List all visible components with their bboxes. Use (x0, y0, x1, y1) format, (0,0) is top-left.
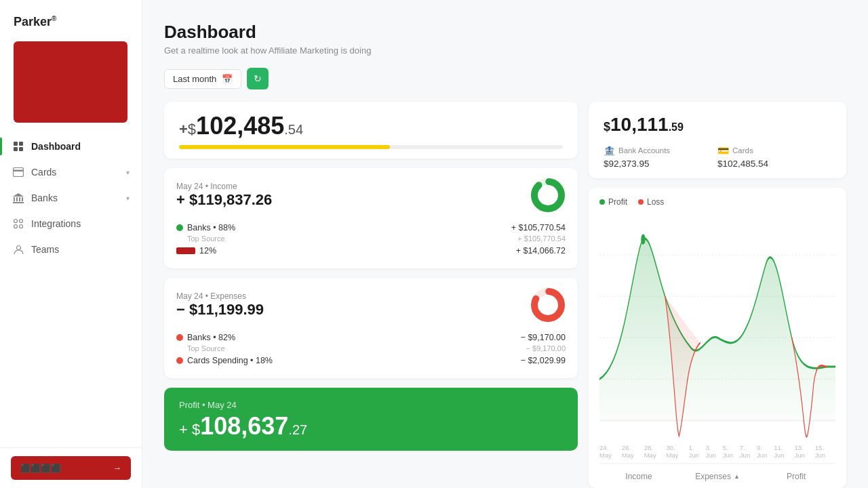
expenses-row-cards: Cards Spending • 18% − $2,029.99 (176, 352, 566, 369)
loss-legend-label: Loss (647, 197, 664, 207)
card-icon: 💳 (717, 145, 729, 156)
chevron-up-icon: ▲ (734, 473, 740, 480)
sidebar-image (14, 41, 127, 123)
svg-point-22 (540, 297, 556, 313)
svg-point-12 (14, 220, 18, 223)
cards-value: $102,485.54 (717, 159, 831, 169)
other-dot (176, 247, 195, 254)
credit-card-icon (12, 166, 24, 178)
svg-rect-3 (19, 147, 23, 151)
filter-label: Last month (173, 74, 216, 84)
cards-item: 💳 Cards $102,485.54 (717, 145, 831, 169)
svg-rect-1 (19, 142, 23, 146)
sidebar-item-banks[interactable]: Banks ▾ (0, 185, 142, 211)
cards-label: Cards (732, 146, 753, 155)
svg-point-19 (540, 187, 556, 203)
svg-rect-8 (19, 197, 20, 201)
total-stat-card: +$102,485.54 (164, 102, 578, 159)
filter-bar: Last month 📅 ↻ (164, 68, 846, 89)
expenses-row-banks-sub: Top Source − $9,170.00 (176, 344, 566, 352)
tab-expenses[interactable]: Expenses ▲ (678, 464, 757, 488)
income-tab-label: Income (625, 472, 652, 481)
svg-point-28 (641, 235, 645, 245)
app-name: Parker (14, 15, 52, 28)
sidebar-item-teams[interactable]: Teams (0, 237, 142, 262)
stat-cents: .54 (284, 122, 303, 137)
svg-marker-11 (13, 193, 24, 197)
content-grid: +$102,485.54 May 24 • Income + $119,837.… (164, 102, 846, 488)
svg-point-14 (14, 225, 18, 228)
balance-card: $10,111.59 🏦 Bank Accounts $92,373.95 💳 (589, 102, 846, 178)
integrations-icon (12, 218, 24, 230)
date-filter[interactable]: Last month 📅 (164, 69, 241, 89)
loss-legend-dot (638, 199, 644, 205)
bank-icon: 🏦 (604, 145, 615, 156)
sidebar-nav: Dashboard Cards ▾ (0, 134, 142, 447)
bank-icon (12, 192, 24, 204)
profit-tab-label: Profit (787, 472, 806, 481)
chevron-down-icon: ▾ (126, 169, 130, 176)
profit-legend-label: Profit (608, 197, 627, 207)
sidebar: Parker® Dashboard Cards ▾ (0, 0, 142, 488)
right-panel: $10,111.59 🏦 Bank Accounts $92,373.95 💳 (589, 102, 846, 488)
income-amount: + $119,837.26 (176, 191, 272, 209)
bank-accounts-value: $92,373.95 (604, 159, 717, 169)
expenses-date-label: May 24 • Expenses (176, 291, 264, 301)
sidebar-item-label: Teams (31, 244, 59, 255)
app-trademark: ® (52, 15, 56, 22)
income-header: May 24 • Income + $119,837.26 (164, 168, 578, 220)
chart-area (599, 214, 835, 441)
svg-rect-5 (14, 170, 24, 172)
total-amount: +$102,485.54 (179, 114, 563, 138)
svg-rect-9 (22, 197, 23, 201)
exp-banks-dot (176, 334, 183, 341)
sidebar-item-integrations[interactable]: Integrations (0, 211, 142, 237)
chart-card: Profit Loss (589, 188, 846, 488)
bank-accounts-label: Bank Accounts (618, 146, 670, 155)
loss-legend-item: Loss (638, 197, 664, 207)
income-row-other: 12% + $14,066.72 (176, 243, 566, 259)
sidebar-item-label: Dashboard (31, 141, 81, 152)
arrow-icon: → (113, 463, 121, 473)
left-panel: +$102,485.54 May 24 • Income + $119,837.… (164, 102, 578, 488)
svg-rect-10 (13, 202, 24, 203)
profit-card: Profit • May 24 + $108,637.27 (164, 388, 578, 451)
svg-point-13 (20, 220, 23, 223)
balance-cents: .59 (669, 121, 684, 133)
refresh-button[interactable]: ↻ (247, 68, 269, 89)
expenses-amount: − $11,199.99 (176, 301, 264, 319)
sidebar-item-cards[interactable]: Cards ▾ (0, 159, 142, 185)
balance-amount: $10,111.59 (604, 114, 831, 136)
profit-main: 108,637 (200, 412, 288, 440)
calendar-icon: 📅 (222, 74, 233, 84)
app-logo: Parker® (0, 0, 142, 41)
sidebar-item-label: Integrations (31, 218, 81, 229)
bottom-tabs: Income Expenses ▲ Profit (599, 463, 835, 488)
expenses-donut (530, 287, 566, 323)
profit-legend-dot (599, 199, 605, 205)
expand-label: ⬛⬛⬛⬛ (20, 464, 61, 473)
expenses-card: May 24 • Expenses − $11,199.99 (164, 278, 578, 378)
chevron-down-icon: ▾ (126, 195, 130, 202)
profit-cents: .27 (288, 422, 307, 437)
profit-amount: + $108,637.27 (179, 414, 563, 439)
sidebar-item-dashboard[interactable]: Dashboard (0, 134, 142, 159)
svg-rect-0 (14, 142, 18, 146)
tab-income[interactable]: Income (599, 464, 678, 488)
expand-button[interactable]: ⬛⬛⬛⬛ → (11, 456, 131, 480)
tab-profit[interactable]: Profit (757, 464, 835, 488)
svg-point-15 (20, 225, 23, 228)
income-donut (530, 178, 566, 213)
sidebar-item-label: Cards (31, 167, 56, 178)
svg-rect-6 (14, 197, 15, 201)
page-subtitle: Get a realtime look at how Affiliate Mar… (164, 45, 846, 56)
income-card: May 24 • Income + $119,837.26 (164, 168, 578, 268)
profit-legend-item: Profit (599, 197, 627, 207)
balance-main: 10,111 (610, 114, 669, 135)
expenses-rows: Banks • 82% − $9,170.00 Top Source − $9,… (164, 329, 578, 378)
expenses-tab-label: Expenses (695, 472, 731, 481)
refresh-icon: ↻ (254, 73, 262, 84)
banks-dot (176, 224, 183, 231)
income-row-banks: Banks • 88% + $105,770.54 (176, 220, 566, 236)
profit-label: Profit • May 24 (179, 400, 563, 410)
